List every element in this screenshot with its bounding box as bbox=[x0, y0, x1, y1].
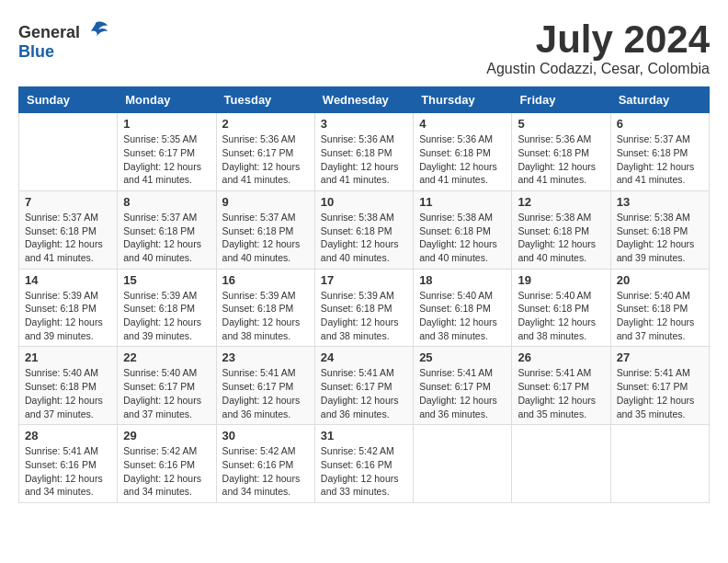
calendar-cell: 22Sunrise: 5:40 AMSunset: 6:17 PMDayligh… bbox=[118, 347, 216, 425]
weekday-header-row: SundayMondayTuesdayWednesdayThursdayFrid… bbox=[19, 87, 710, 113]
calendar-cell: 4Sunrise: 5:36 AMSunset: 6:18 PMDaylight… bbox=[414, 113, 512, 191]
day-info: Sunrise: 5:41 AMSunset: 6:17 PMDaylight:… bbox=[419, 366, 506, 420]
calendar-cell: 11Sunrise: 5:38 AMSunset: 6:18 PMDayligh… bbox=[414, 190, 512, 269]
day-number: 29 bbox=[123, 429, 210, 442]
day-number: 2 bbox=[222, 117, 309, 131]
day-number: 12 bbox=[518, 195, 604, 209]
day-number: 18 bbox=[419, 273, 506, 287]
day-info: Sunrise: 5:37 AMSunset: 6:18 PMDaylight:… bbox=[25, 211, 111, 265]
day-number: 19 bbox=[518, 273, 604, 287]
day-info: Sunrise: 5:39 AMSunset: 6:18 PMDaylight:… bbox=[25, 289, 111, 343]
weekday-header-wednesday: Wednesday bbox=[314, 87, 413, 113]
calendar-cell bbox=[414, 425, 512, 503]
day-number: 3 bbox=[321, 117, 407, 131]
day-info: Sunrise: 5:41 AMSunset: 6:17 PMDaylight:… bbox=[617, 366, 703, 420]
day-number: 1 bbox=[123, 117, 210, 131]
weekday-header-sunday: Sunday bbox=[19, 87, 118, 113]
calendar-cell: 2Sunrise: 5:36 AMSunset: 6:17 PMDaylight… bbox=[216, 113, 314, 191]
calendar-cell: 26Sunrise: 5:41 AMSunset: 6:17 PMDayligh… bbox=[512, 347, 610, 425]
day-number: 26 bbox=[518, 350, 604, 364]
day-info: Sunrise: 5:37 AMSunset: 6:18 PMDaylight:… bbox=[617, 132, 703, 187]
calendar-cell: 6Sunrise: 5:37 AMSunset: 6:18 PMDaylight… bbox=[610, 113, 709, 191]
day-info: Sunrise: 5:35 AMSunset: 6:17 PMDaylight:… bbox=[123, 132, 210, 187]
day-info: Sunrise: 5:39 AMSunset: 6:18 PMDaylight:… bbox=[222, 289, 309, 343]
calendar-cell: 16Sunrise: 5:39 AMSunset: 6:18 PMDayligh… bbox=[216, 269, 314, 347]
day-number: 24 bbox=[321, 350, 407, 364]
calendar-cell: 5Sunrise: 5:36 AMSunset: 6:18 PMDaylight… bbox=[512, 113, 610, 191]
calendar-cell: 12Sunrise: 5:38 AMSunset: 6:18 PMDayligh… bbox=[512, 190, 610, 269]
day-info: Sunrise: 5:40 AMSunset: 6:18 PMDaylight:… bbox=[419, 289, 506, 343]
month-year-title: July 2024 bbox=[486, 18, 710, 61]
calendar-week-row: 14Sunrise: 5:39 AMSunset: 6:18 PMDayligh… bbox=[19, 269, 710, 347]
day-number: 31 bbox=[321, 429, 407, 442]
day-info: Sunrise: 5:42 AMSunset: 6:16 PMDaylight:… bbox=[222, 444, 309, 499]
day-info: Sunrise: 5:37 AMSunset: 6:18 PMDaylight:… bbox=[123, 211, 210, 265]
calendar-cell: 17Sunrise: 5:39 AMSunset: 6:18 PMDayligh… bbox=[314, 269, 413, 347]
calendar-cell: 1Sunrise: 5:35 AMSunset: 6:17 PMDaylight… bbox=[118, 113, 216, 191]
calendar-cell: 31Sunrise: 5:42 AMSunset: 6:16 PMDayligh… bbox=[314, 425, 413, 503]
day-info: Sunrise: 5:41 AMSunset: 6:17 PMDaylight:… bbox=[222, 366, 309, 420]
day-number: 27 bbox=[617, 350, 703, 364]
day-number: 9 bbox=[222, 195, 309, 209]
day-info: Sunrise: 5:39 AMSunset: 6:18 PMDaylight:… bbox=[123, 289, 210, 343]
day-info: Sunrise: 5:40 AMSunset: 6:18 PMDaylight:… bbox=[617, 289, 703, 343]
logo-general-text: General bbox=[18, 23, 80, 42]
calendar-cell: 14Sunrise: 5:39 AMSunset: 6:18 PMDayligh… bbox=[19, 269, 118, 347]
day-number: 6 bbox=[617, 117, 703, 131]
day-number: 11 bbox=[419, 195, 506, 209]
calendar-cell: 10Sunrise: 5:38 AMSunset: 6:18 PMDayligh… bbox=[314, 190, 413, 269]
calendar-week-row: 7Sunrise: 5:37 AMSunset: 6:18 PMDaylight… bbox=[19, 190, 710, 269]
calendar-cell: 20Sunrise: 5:40 AMSunset: 6:18 PMDayligh… bbox=[610, 269, 709, 347]
day-number: 8 bbox=[123, 195, 210, 209]
logo: General Blue bbox=[18, 18, 109, 62]
calendar-cell: 28Sunrise: 5:41 AMSunset: 6:16 PMDayligh… bbox=[19, 425, 118, 503]
day-info: Sunrise: 5:42 AMSunset: 6:16 PMDaylight:… bbox=[123, 444, 210, 499]
day-number: 22 bbox=[123, 350, 210, 364]
weekday-header-saturday: Saturday bbox=[610, 87, 709, 113]
calendar-cell: 3Sunrise: 5:36 AMSunset: 6:18 PMDaylight… bbox=[314, 113, 413, 191]
day-number: 16 bbox=[222, 273, 309, 287]
day-number: 20 bbox=[617, 273, 703, 287]
weekday-header-monday: Monday bbox=[118, 87, 216, 113]
day-info: Sunrise: 5:38 AMSunset: 6:18 PMDaylight:… bbox=[518, 211, 604, 265]
calendar-week-row: 21Sunrise: 5:40 AMSunset: 6:18 PMDayligh… bbox=[19, 347, 710, 425]
day-info: Sunrise: 5:41 AMSunset: 6:16 PMDaylight:… bbox=[25, 444, 111, 499]
calendar-cell: 29Sunrise: 5:42 AMSunset: 6:16 PMDayligh… bbox=[118, 425, 216, 503]
calendar-cell bbox=[610, 425, 709, 503]
day-info: Sunrise: 5:40 AMSunset: 6:17 PMDaylight:… bbox=[123, 366, 210, 420]
day-number: 7 bbox=[25, 195, 111, 209]
calendar-table: SundayMondayTuesdayWednesdayThursdayFrid… bbox=[18, 86, 710, 503]
calendar-week-row: 28Sunrise: 5:41 AMSunset: 6:16 PMDayligh… bbox=[19, 425, 710, 503]
day-number: 30 bbox=[222, 429, 309, 442]
calendar-cell bbox=[512, 425, 610, 503]
calendar-cell: 18Sunrise: 5:40 AMSunset: 6:18 PMDayligh… bbox=[414, 269, 512, 347]
day-info: Sunrise: 5:41 AMSunset: 6:17 PMDaylight:… bbox=[518, 366, 604, 420]
day-number: 25 bbox=[419, 350, 506, 364]
day-info: Sunrise: 5:40 AMSunset: 6:18 PMDaylight:… bbox=[25, 366, 111, 420]
weekday-header-thursday: Thursday bbox=[414, 87, 512, 113]
day-info: Sunrise: 5:42 AMSunset: 6:16 PMDaylight:… bbox=[321, 444, 407, 499]
calendar-cell: 9Sunrise: 5:37 AMSunset: 6:18 PMDaylight… bbox=[216, 190, 314, 269]
day-number: 13 bbox=[617, 195, 703, 209]
day-info: Sunrise: 5:37 AMSunset: 6:18 PMDaylight:… bbox=[222, 211, 309, 265]
calendar-cell: 19Sunrise: 5:40 AMSunset: 6:18 PMDayligh… bbox=[512, 269, 610, 347]
day-number: 17 bbox=[321, 273, 407, 287]
day-number: 10 bbox=[321, 195, 407, 209]
calendar-cell: 21Sunrise: 5:40 AMSunset: 6:18 PMDayligh… bbox=[19, 347, 118, 425]
location-subtitle: Agustin Codazzi, Cesar, Colombia bbox=[486, 61, 710, 77]
day-number: 4 bbox=[419, 117, 506, 131]
header: General Blue July 2024 Agustin Codazzi, … bbox=[18, 18, 710, 77]
calendar-cell: 30Sunrise: 5:42 AMSunset: 6:16 PMDayligh… bbox=[216, 425, 314, 503]
calendar-cell: 13Sunrise: 5:38 AMSunset: 6:18 PMDayligh… bbox=[610, 190, 709, 269]
day-info: Sunrise: 5:39 AMSunset: 6:18 PMDaylight:… bbox=[321, 289, 407, 343]
logo-bird-icon bbox=[82, 18, 109, 46]
weekday-header-friday: Friday bbox=[512, 87, 610, 113]
day-number: 21 bbox=[25, 350, 111, 364]
day-number: 23 bbox=[222, 350, 309, 364]
calendar-cell: 25Sunrise: 5:41 AMSunset: 6:17 PMDayligh… bbox=[414, 347, 512, 425]
day-info: Sunrise: 5:36 AMSunset: 6:18 PMDaylight:… bbox=[518, 132, 604, 187]
day-info: Sunrise: 5:38 AMSunset: 6:18 PMDaylight:… bbox=[321, 211, 407, 265]
calendar-cell: 7Sunrise: 5:37 AMSunset: 6:18 PMDaylight… bbox=[19, 190, 118, 269]
day-number: 5 bbox=[518, 117, 604, 131]
calendar-cell bbox=[19, 113, 118, 191]
